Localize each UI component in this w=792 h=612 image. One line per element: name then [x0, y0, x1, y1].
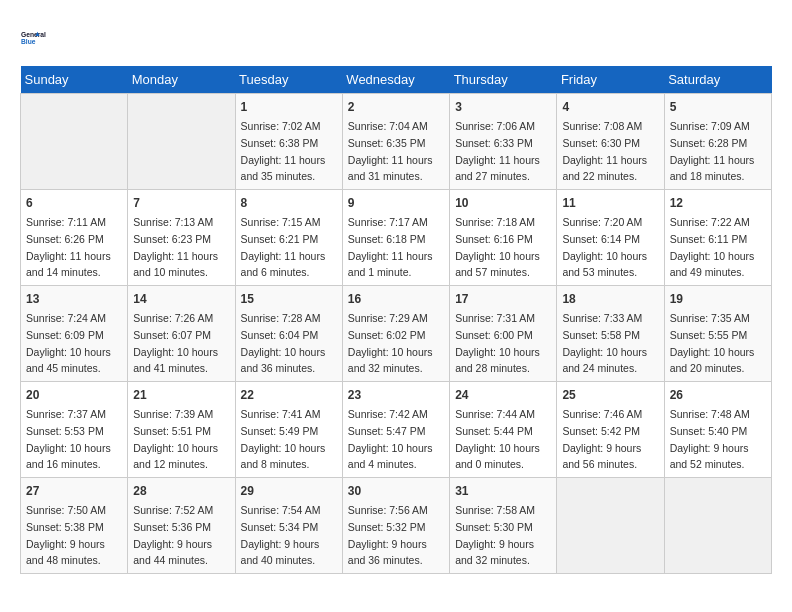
week-row-4: 20Sunrise: 7:37 AM Sunset: 5:53 PM Dayli… — [21, 382, 772, 478]
day-number: 23 — [348, 386, 444, 404]
day-info: Sunrise: 7:46 AM Sunset: 5:42 PM Dayligh… — [562, 408, 642, 470]
calendar-cell: 29Sunrise: 7:54 AM Sunset: 5:34 PM Dayli… — [235, 478, 342, 574]
day-number: 5 — [670, 98, 766, 116]
day-info: Sunrise: 7:28 AM Sunset: 6:04 PM Dayligh… — [241, 312, 326, 374]
day-number: 4 — [562, 98, 658, 116]
week-row-3: 13Sunrise: 7:24 AM Sunset: 6:09 PM Dayli… — [21, 286, 772, 382]
day-number: 1 — [241, 98, 337, 116]
day-info: Sunrise: 7:18 AM Sunset: 6:16 PM Dayligh… — [455, 216, 540, 278]
calendar-cell: 28Sunrise: 7:52 AM Sunset: 5:36 PM Dayli… — [128, 478, 235, 574]
day-info: Sunrise: 7:31 AM Sunset: 6:00 PM Dayligh… — [455, 312, 540, 374]
day-info: Sunrise: 7:15 AM Sunset: 6:21 PM Dayligh… — [241, 216, 326, 278]
calendar-cell: 19Sunrise: 7:35 AM Sunset: 5:55 PM Dayli… — [664, 286, 771, 382]
day-number: 2 — [348, 98, 444, 116]
weekday-header-wednesday: Wednesday — [342, 66, 449, 94]
weekday-header-row: SundayMondayTuesdayWednesdayThursdayFrid… — [21, 66, 772, 94]
calendar-cell: 1Sunrise: 7:02 AM Sunset: 6:38 PM Daylig… — [235, 94, 342, 190]
day-number: 29 — [241, 482, 337, 500]
calendar-cell: 4Sunrise: 7:08 AM Sunset: 6:30 PM Daylig… — [557, 94, 664, 190]
day-number: 12 — [670, 194, 766, 212]
calendar-cell: 13Sunrise: 7:24 AM Sunset: 6:09 PM Dayli… — [21, 286, 128, 382]
day-info: Sunrise: 7:39 AM Sunset: 5:51 PM Dayligh… — [133, 408, 218, 470]
day-number: 26 — [670, 386, 766, 404]
day-number: 17 — [455, 290, 551, 308]
calendar-cell: 26Sunrise: 7:48 AM Sunset: 5:40 PM Dayli… — [664, 382, 771, 478]
logo: General Blue — [20, 20, 56, 56]
calendar-cell: 7Sunrise: 7:13 AM Sunset: 6:23 PM Daylig… — [128, 190, 235, 286]
day-number: 14 — [133, 290, 229, 308]
calendar-cell: 30Sunrise: 7:56 AM Sunset: 5:32 PM Dayli… — [342, 478, 449, 574]
page-header: General Blue — [20, 20, 772, 56]
calendar-cell: 6Sunrise: 7:11 AM Sunset: 6:26 PM Daylig… — [21, 190, 128, 286]
calendar-cell: 16Sunrise: 7:29 AM Sunset: 6:02 PM Dayli… — [342, 286, 449, 382]
day-info: Sunrise: 7:54 AM Sunset: 5:34 PM Dayligh… — [241, 504, 321, 566]
day-info: Sunrise: 7:08 AM Sunset: 6:30 PM Dayligh… — [562, 120, 647, 182]
day-number: 10 — [455, 194, 551, 212]
day-info: Sunrise: 7:37 AM Sunset: 5:53 PM Dayligh… — [26, 408, 111, 470]
calendar-cell: 14Sunrise: 7:26 AM Sunset: 6:07 PM Dayli… — [128, 286, 235, 382]
weekday-header-saturday: Saturday — [664, 66, 771, 94]
week-row-5: 27Sunrise: 7:50 AM Sunset: 5:38 PM Dayli… — [21, 478, 772, 574]
calendar-cell: 27Sunrise: 7:50 AM Sunset: 5:38 PM Dayli… — [21, 478, 128, 574]
calendar-cell: 23Sunrise: 7:42 AM Sunset: 5:47 PM Dayli… — [342, 382, 449, 478]
day-info: Sunrise: 7:22 AM Sunset: 6:11 PM Dayligh… — [670, 216, 755, 278]
day-number: 27 — [26, 482, 122, 500]
day-number: 11 — [562, 194, 658, 212]
day-info: Sunrise: 7:41 AM Sunset: 5:49 PM Dayligh… — [241, 408, 326, 470]
calendar-cell: 9Sunrise: 7:17 AM Sunset: 6:18 PM Daylig… — [342, 190, 449, 286]
calendar-cell: 20Sunrise: 7:37 AM Sunset: 5:53 PM Dayli… — [21, 382, 128, 478]
day-number: 31 — [455, 482, 551, 500]
day-info: Sunrise: 7:13 AM Sunset: 6:23 PM Dayligh… — [133, 216, 218, 278]
day-info: Sunrise: 7:44 AM Sunset: 5:44 PM Dayligh… — [455, 408, 540, 470]
day-info: Sunrise: 7:17 AM Sunset: 6:18 PM Dayligh… — [348, 216, 433, 278]
calendar-cell: 2Sunrise: 7:04 AM Sunset: 6:35 PM Daylig… — [342, 94, 449, 190]
day-info: Sunrise: 7:29 AM Sunset: 6:02 PM Dayligh… — [348, 312, 433, 374]
day-number: 30 — [348, 482, 444, 500]
week-row-2: 6Sunrise: 7:11 AM Sunset: 6:26 PM Daylig… — [21, 190, 772, 286]
calendar-cell — [557, 478, 664, 574]
weekday-header-thursday: Thursday — [450, 66, 557, 94]
day-number: 24 — [455, 386, 551, 404]
calendar-cell: 24Sunrise: 7:44 AM Sunset: 5:44 PM Dayli… — [450, 382, 557, 478]
day-number: 20 — [26, 386, 122, 404]
day-number: 9 — [348, 194, 444, 212]
day-info: Sunrise: 7:48 AM Sunset: 5:40 PM Dayligh… — [670, 408, 750, 470]
day-number: 19 — [670, 290, 766, 308]
day-info: Sunrise: 7:26 AM Sunset: 6:07 PM Dayligh… — [133, 312, 218, 374]
svg-text:General: General — [21, 31, 46, 38]
calendar-cell: 31Sunrise: 7:58 AM Sunset: 5:30 PM Dayli… — [450, 478, 557, 574]
calendar-cell: 25Sunrise: 7:46 AM Sunset: 5:42 PM Dayli… — [557, 382, 664, 478]
day-number: 28 — [133, 482, 229, 500]
day-number: 16 — [348, 290, 444, 308]
day-info: Sunrise: 7:52 AM Sunset: 5:36 PM Dayligh… — [133, 504, 213, 566]
day-info: Sunrise: 7:42 AM Sunset: 5:47 PM Dayligh… — [348, 408, 433, 470]
calendar-cell: 3Sunrise: 7:06 AM Sunset: 6:33 PM Daylig… — [450, 94, 557, 190]
calendar-cell — [664, 478, 771, 574]
calendar-cell: 21Sunrise: 7:39 AM Sunset: 5:51 PM Dayli… — [128, 382, 235, 478]
weekday-header-monday: Monday — [128, 66, 235, 94]
calendar-cell: 18Sunrise: 7:33 AM Sunset: 5:58 PM Dayli… — [557, 286, 664, 382]
calendar-cell: 15Sunrise: 7:28 AM Sunset: 6:04 PM Dayli… — [235, 286, 342, 382]
day-info: Sunrise: 7:06 AM Sunset: 6:33 PM Dayligh… — [455, 120, 540, 182]
calendar-cell: 12Sunrise: 7:22 AM Sunset: 6:11 PM Dayli… — [664, 190, 771, 286]
day-number: 18 — [562, 290, 658, 308]
day-number: 6 — [26, 194, 122, 212]
calendar-cell — [21, 94, 128, 190]
day-number: 15 — [241, 290, 337, 308]
day-number: 7 — [133, 194, 229, 212]
svg-text:Blue: Blue — [21, 38, 36, 45]
day-info: Sunrise: 7:02 AM Sunset: 6:38 PM Dayligh… — [241, 120, 326, 182]
calendar-cell: 17Sunrise: 7:31 AM Sunset: 6:00 PM Dayli… — [450, 286, 557, 382]
weekday-header-tuesday: Tuesday — [235, 66, 342, 94]
calendar-cell: 22Sunrise: 7:41 AM Sunset: 5:49 PM Dayli… — [235, 382, 342, 478]
day-info: Sunrise: 7:04 AM Sunset: 6:35 PM Dayligh… — [348, 120, 433, 182]
day-info: Sunrise: 7:11 AM Sunset: 6:26 PM Dayligh… — [26, 216, 111, 278]
calendar-cell: 11Sunrise: 7:20 AM Sunset: 6:14 PM Dayli… — [557, 190, 664, 286]
calendar-table: SundayMondayTuesdayWednesdayThursdayFrid… — [20, 66, 772, 574]
day-info: Sunrise: 7:58 AM Sunset: 5:30 PM Dayligh… — [455, 504, 535, 566]
day-info: Sunrise: 7:09 AM Sunset: 6:28 PM Dayligh… — [670, 120, 755, 182]
day-info: Sunrise: 7:20 AM Sunset: 6:14 PM Dayligh… — [562, 216, 647, 278]
logo-icon: General Blue — [20, 20, 56, 56]
day-info: Sunrise: 7:50 AM Sunset: 5:38 PM Dayligh… — [26, 504, 106, 566]
day-number: 13 — [26, 290, 122, 308]
